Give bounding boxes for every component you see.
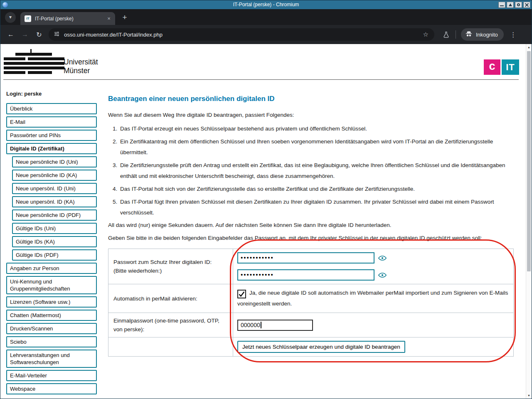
rollup-icon xyxy=(517,3,520,6)
university-name-line1: Universität xyxy=(64,58,98,66)
url-text: osso.uni-muenster.de/IT-Portal/index.php xyxy=(64,32,421,38)
forward-icon[interactable]: → xyxy=(18,31,32,38)
bookmark-star-icon[interactable]: ☆ xyxy=(421,31,430,38)
otp-input[interactable]: 000000 xyxy=(237,320,313,331)
new-tab-button[interactable]: + xyxy=(120,13,129,21)
cit-logo-c: c xyxy=(484,59,500,75)
sidebar-item-gueltige-ids-pdf[interactable]: Gültige IDs (PDF) xyxy=(12,249,97,261)
experiments-flask-icon[interactable] xyxy=(443,31,450,38)
maximize-button[interactable] xyxy=(507,2,514,8)
step-item: Das IT-Portal fügt Ihren privaten Schlüs… xyxy=(119,197,519,218)
sidebar-item-email[interactable]: E-Mail xyxy=(6,116,97,128)
incognito-icon xyxy=(465,31,473,39)
password-prompt-text: Geben Sie bitte in die beiden folgenden … xyxy=(108,235,519,241)
main-content: Beantragen einer neuen persönlichen digi… xyxy=(108,93,519,357)
close-window-button[interactable] xyxy=(523,2,530,8)
minimize-icon xyxy=(500,5,504,6)
permail-checkbox-text: Ja, die neue digitale ID soll automatisc… xyxy=(237,290,508,307)
page-scrollbar[interactable]: ▲ ▼ xyxy=(526,44,532,399)
sidebar-item-uni-kennung[interactable]: Uni-Kennung und Gruppenmitgliedschaften xyxy=(6,276,97,294)
sidebar-item-email-verteiler[interactable]: E-Mail-Verteiler xyxy=(6,370,97,381)
form-row-otp: Einmalpasswort (one-time password, OTP, … xyxy=(108,313,514,337)
toolbar-separator xyxy=(456,30,456,39)
sidebar-item-webspace[interactable]: Webspace xyxy=(6,383,97,394)
id-request-form: Passwort zum Schutz Ihrer digitalen ID: … xyxy=(108,249,514,357)
sidebar-item-neue-unpers-id-uni[interactable]: Neue unpersönl. ID (Uni) xyxy=(12,183,97,194)
reload-icon[interactable]: ↻ xyxy=(32,31,46,39)
tab-favicon: IT xyxy=(25,15,31,22)
cit-logo: c IT xyxy=(484,59,519,75)
eye-icon[interactable] xyxy=(378,255,387,261)
sidebar-item-gueltige-ids-uni[interactable]: Gültige IDs (Uni) xyxy=(12,223,97,234)
maximize-icon xyxy=(509,3,512,6)
university-name: Universität Münster xyxy=(64,58,98,75)
chevron-down-icon: ▾ xyxy=(9,14,12,20)
window-title: IT-Portal (perske) - Chromium xyxy=(0,0,532,9)
back-icon[interactable]: ← xyxy=(4,31,18,38)
sidebar-item-neue-pers-id-pdf[interactable]: Neue persönliche ID (PDF) xyxy=(12,209,97,221)
tab-active[interactable]: IT IT-Portal (perske) × xyxy=(20,12,115,25)
sidebar-item-ueberblick[interactable]: Überblick xyxy=(6,103,97,114)
minimize-button[interactable] xyxy=(498,2,505,8)
window-controls xyxy=(498,2,530,8)
password-repeat-masked-value: ••••••••••• xyxy=(241,271,274,278)
incognito-label: Inkognito xyxy=(476,32,498,38)
rollup-button[interactable] xyxy=(515,2,522,8)
tab-strip: ▾ IT IT-Portal (perske) × + xyxy=(0,9,532,25)
password-masked-value: ••••••••••• xyxy=(241,254,274,261)
incognito-badge: Inkognito xyxy=(461,28,504,41)
sidebar-item-lizenzen[interactable]: Lizenzen (Software usw.) xyxy=(6,296,97,308)
eye-icon[interactable] xyxy=(378,272,387,278)
university-name-line2: Münster xyxy=(64,66,98,75)
sidebar-item-lehrveranstaltungen[interactable]: Lehrveranstaltungen und Softwareschulung… xyxy=(6,350,97,368)
permail-label: Automatisch in perMail aktivieren: xyxy=(108,284,233,313)
university-muenster-logo xyxy=(4,49,64,75)
password-input[interactable]: ••••••••••• xyxy=(237,252,374,264)
intro-text: Wenn Sie auf diesem Weg Ihre digitale ID… xyxy=(108,112,519,118)
login-label: Login: perske xyxy=(6,91,100,97)
otp-label: Einmalpasswort (one-time password, OTP, … xyxy=(108,313,233,337)
password-repeat-input[interactable]: ••••••••••• xyxy=(237,269,374,281)
sidebar-item-gueltige-ids-ka[interactable]: Gültige IDs (KA) xyxy=(12,236,97,247)
step-item: Das IT-Portal erzeugt ein neues Schlüsse… xyxy=(119,123,519,134)
tab-close-icon[interactable]: × xyxy=(105,15,113,22)
form-row-submit: Jetzt neues Schlüsselpaar erzeugen und d… xyxy=(108,337,514,357)
site-info-icon[interactable] xyxy=(54,31,60,39)
scroll-down-icon[interactable]: ▼ xyxy=(526,392,532,399)
page-title: Beantragen einer neuen persönlichen digi… xyxy=(108,95,519,103)
sidebar-item-passwoerter-pins[interactable]: Passwörter und PINs xyxy=(6,130,97,141)
scroll-up-icon[interactable]: ▲ xyxy=(526,44,532,50)
tab-title: IT-Portal (perske) xyxy=(35,16,105,22)
sidebar-item-neue-pers-id-uni[interactable]: Neue persönliche ID (Uni) xyxy=(12,156,97,167)
sidebar-item-drucken-scannen[interactable]: Drucken/Scannen xyxy=(6,323,97,334)
browser-window: IT-Portal (perske) - Chromium ▾ IT IT-Po… xyxy=(0,0,532,399)
header-divider xyxy=(3,79,519,80)
cit-logo-it: IT xyxy=(502,59,519,75)
sidebar-item-sciebo[interactable]: Sciebo xyxy=(6,336,97,347)
sidebar-item-neue-unpers-id-ka[interactable]: Neue unpersönl. ID (KA) xyxy=(12,196,97,207)
step-item: Das IT-Portal holt sich von der Zertifiz… xyxy=(119,184,519,195)
steps-list: Das IT-Portal erzeugt ein neues Schlüsse… xyxy=(108,123,519,218)
sidebar-item-chatten[interactable]: Chatten (Mattermost) xyxy=(6,310,97,321)
permail-checkbox[interactable] xyxy=(237,290,246,298)
empty-cell xyxy=(108,337,233,357)
sidebar-item-angaben-zur-person[interactable]: Angaben zur Person xyxy=(6,263,97,274)
form-row-password: Passwort zum Schutz Ihrer digitalen ID: … xyxy=(108,249,514,284)
step-item: Die Zertifizierungsstelle prüft den Antr… xyxy=(119,160,519,182)
step-item: Ein Zertifikatantrag mit dem öffentliche… xyxy=(119,136,519,158)
sidebar-item-neue-pers-id-ka[interactable]: Neue persönliche ID (KA) xyxy=(12,170,97,181)
tab-search-button[interactable]: ▾ xyxy=(5,12,16,23)
scrollbar-thumb[interactable] xyxy=(527,51,531,271)
page-content: Universität Münster c IT Login: perske Ü… xyxy=(0,44,532,399)
submit-button[interactable]: Jetzt neues Schlüsselpaar erzeugen und d… xyxy=(237,341,405,353)
password-label: Passwort zum Schutz Ihrer digitalen ID: … xyxy=(108,249,233,284)
titlebar: IT-Portal (perske) - Chromium xyxy=(0,0,532,9)
address-bar[interactable]: osso.uni-muenster.de/IT-Portal/index.php… xyxy=(49,28,434,41)
sidebar-item-digitale-id[interactable]: Digitale ID (Zertifikat) xyxy=(6,143,97,154)
otp-value: 000000 xyxy=(241,322,260,328)
menu-dots-icon[interactable]: ⋮ xyxy=(509,31,517,39)
text-cursor xyxy=(261,322,261,328)
password-label-line1: Passwort zum Schutz Ihrer digitalen ID: xyxy=(113,258,228,266)
sidebar-navigation: Login: perske Überblick E-Mail Passwörte… xyxy=(6,91,100,397)
browser-toolbar: ← → ↻ osso.uni-muenster.de/IT-Portal/ind… xyxy=(0,25,532,44)
